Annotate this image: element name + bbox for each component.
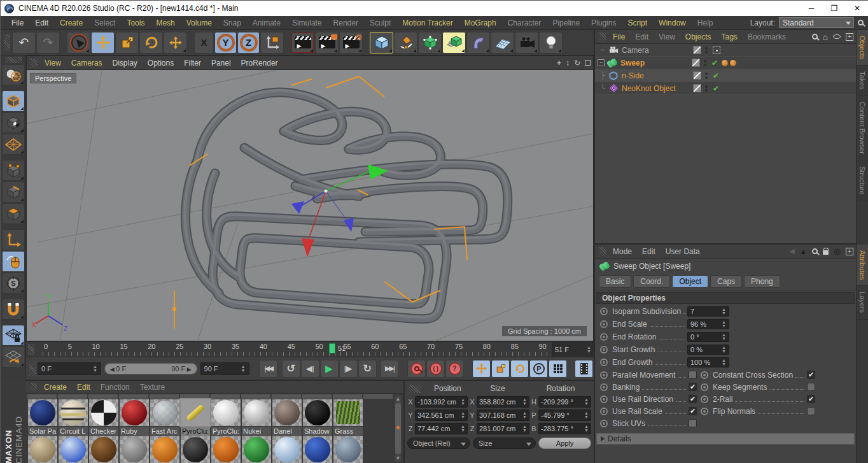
om-drag-handle[interactable]: [599, 32, 606, 41]
material-drag-handle[interactable]: [31, 383, 37, 391]
property-checkbox[interactable]: [689, 395, 697, 403]
floor-environment-button[interactable]: [491, 32, 514, 53]
viewport-menu-item[interactable]: ProRender: [236, 57, 283, 69]
material-item[interactable]: Shadow: [302, 399, 333, 436]
visibility-dots[interactable]: [705, 47, 708, 53]
om-menu-item[interactable]: Tags: [717, 31, 743, 43]
attribute-tab[interactable]: Caps: [710, 275, 742, 288]
move-tool-button[interactable]: [91, 32, 115, 53]
stepper-arrows[interactable]: ▲▼: [722, 308, 726, 315]
deformer-button[interactable]: [466, 32, 490, 53]
size-field[interactable]: 281.007 cm▲▼: [477, 423, 529, 434]
property-checkbox[interactable]: [807, 395, 815, 403]
view-label[interactable]: Perspective: [30, 73, 76, 83]
edges-mode-button[interactable]: [2, 182, 25, 203]
menu-item[interactable]: MoGraph: [459, 17, 502, 29]
material-menu-item[interactable]: Create: [39, 382, 72, 392]
menu-item[interactable]: Character: [502, 17, 547, 29]
menu-item[interactable]: Sculpt: [364, 17, 396, 29]
side-tab[interactable]: Content Browser: [857, 96, 868, 160]
play-button[interactable]: ▶: [320, 360, 339, 378]
am-menu-item[interactable]: Edit: [637, 246, 661, 257]
add-primitive-cube-button[interactable]: [370, 32, 393, 53]
side-tab[interactable]: Structure: [857, 160, 868, 201]
add-light-button[interactable]: [539, 32, 563, 53]
property-checkbox[interactable]: [689, 383, 697, 391]
side-tab[interactable]: Attributes: [857, 245, 868, 286]
viewport-pan-icon[interactable]: +: [557, 59, 561, 68]
side-tab[interactable]: Layers: [857, 286, 868, 319]
menu-item[interactable]: Window: [653, 17, 692, 29]
property-checkbox[interactable]: [689, 419, 697, 427]
material-item[interactable]: PyroClu:: [211, 399, 241, 436]
viewport-menu-item[interactable]: Cameras: [66, 57, 108, 69]
animation-dot-icon[interactable]: [600, 359, 608, 366]
goto-start-button[interactable]: |◀◀: [259, 360, 277, 378]
model-mode-button[interactable]: [2, 90, 25, 111]
scrollbar-thumb[interactable]: [395, 403, 401, 454]
layout-select[interactable]: Standard: [779, 17, 854, 28]
next-frame-button[interactable]: |▶: [339, 360, 358, 378]
size-mode-dropdown[interactable]: Size: [473, 438, 536, 449]
material-menu-item[interactable]: Edit: [72, 382, 95, 392]
material-item[interactable]: Danel: [272, 399, 302, 436]
render-settings-button[interactable]: ⚙: [339, 32, 363, 53]
viewport-panel[interactable]: ViewCamerasDisplayOptionsFilterPanelProR…: [26, 55, 594, 341]
key-parameter-button[interactable]: P: [529, 360, 548, 378]
position-field[interactable]: 342.561 cm▲▼: [415, 410, 468, 421]
minimize-button[interactable]: ─: [800, 1, 823, 16]
material-item-partial[interactable]: [180, 436, 211, 463]
layer-color-box[interactable]: [693, 84, 701, 92]
attribute-tab[interactable]: Basic: [599, 275, 631, 288]
property-checkbox[interactable]: [807, 407, 815, 415]
lock-y-axis-button[interactable]: Y: [214, 32, 237, 53]
keyframe-selection-button[interactable]: ?: [445, 360, 464, 378]
layer-color-box[interactable]: [693, 71, 701, 80]
undo-button[interactable]: ↶: [12, 32, 36, 53]
menu-item[interactable]: Animate: [247, 17, 286, 29]
texture-mode-button[interactable]: [2, 112, 25, 133]
animation-dot-icon[interactable]: [701, 371, 708, 379]
animation-dot-icon[interactable]: [701, 395, 708, 403]
goto-end-button[interactable]: ▶▶|: [381, 360, 399, 378]
material-item-partial[interactable]: [241, 436, 272, 463]
am-menu-item[interactable]: Mode: [608, 246, 637, 257]
om-eye-icon[interactable]: [833, 34, 841, 39]
material-menu-item[interactable]: Function: [95, 382, 135, 392]
animation-dot-icon[interactable]: [600, 371, 608, 379]
animation-dot-icon[interactable]: [600, 420, 608, 427]
om-menu-item[interactable]: Objects: [680, 31, 717, 43]
material-item[interactable]: Solar Pa: [27, 399, 58, 436]
history-forward-icon[interactable]: ▲: [800, 248, 807, 255]
animation-dot-icon[interactable]: [701, 383, 708, 391]
property-checkbox[interactable]: [807, 383, 815, 391]
key-position-button[interactable]: [472, 360, 491, 378]
property-value-field[interactable]: 7 ▲▼: [687, 306, 729, 317]
make-editable-button[interactable]: [2, 64, 25, 85]
object-row-sweep[interactable]: − Sweep ✔: [595, 57, 856, 69]
attribute-tab[interactable]: Phong: [744, 275, 780, 288]
enable-axis-button[interactable]: [2, 229, 25, 250]
animation-dot-icon[interactable]: [600, 346, 608, 353]
position-mode-dropdown[interactable]: Object (Rel): [407, 438, 470, 449]
material-item-partial[interactable]: [58, 436, 88, 463]
am-drag-handle[interactable]: [599, 247, 606, 256]
points-mode-button[interactable]: [2, 160, 25, 181]
coordinate-system-button[interactable]: [260, 32, 284, 53]
animation-dot-icon[interactable]: [600, 308, 608, 315]
render-view-button[interactable]: [291, 32, 314, 53]
viewport-rotate-icon[interactable]: ↻: [574, 59, 580, 68]
menu-item[interactable]: Render: [328, 17, 364, 29]
enabled-check-icon[interactable]: ✔: [711, 59, 722, 68]
menu-item[interactable]: Tools: [121, 17, 150, 29]
menu-item[interactable]: Create: [54, 17, 88, 29]
visibility-dots[interactable]: [705, 73, 708, 79]
material-item[interactable]: Fast Arc: [150, 399, 180, 436]
stepper-arrows[interactable]: ▲▼: [722, 359, 726, 366]
material-item[interactable]: Grass: [333, 399, 363, 436]
material-item-partial[interactable]: [119, 436, 150, 463]
visibility-dots[interactable]: [705, 85, 708, 92]
menu-item[interactable]: Snap: [218, 17, 247, 29]
lock-workplane-button[interactable]: [2, 325, 25, 346]
material-item[interactable]: Ruby: [119, 399, 150, 436]
